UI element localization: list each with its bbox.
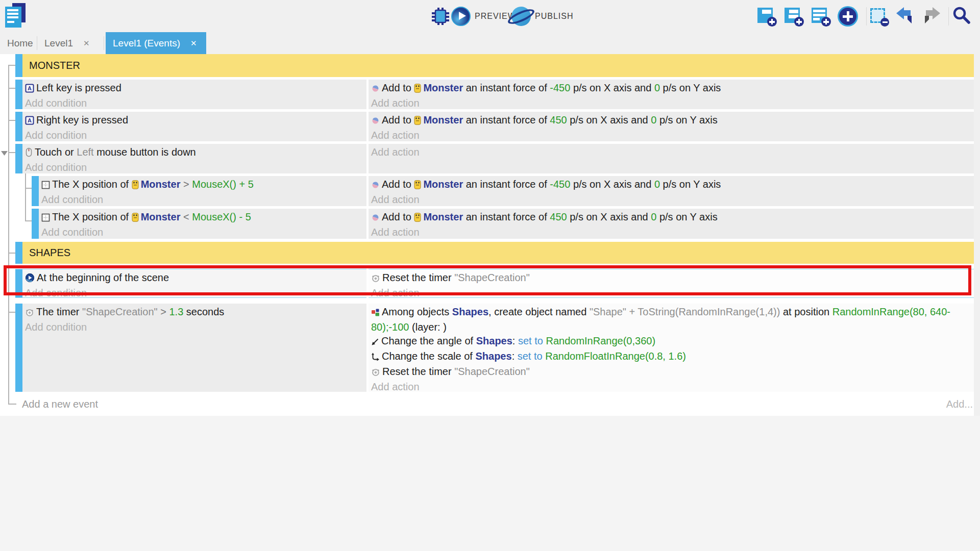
text-segment: p/s on Y axis [660,179,721,190]
text-segment: -450 [550,82,570,93]
create-object-icon [371,307,380,320]
add-condition-link[interactable]: Add condition [25,320,363,334]
monster-icon [414,212,421,226]
add-condition-link[interactable]: Add condition [41,226,363,239]
text-segment: "ShapeCreation" [454,272,530,283]
event-handle[interactable] [15,80,22,109]
add-condition-link[interactable]: Add condition [25,286,363,300]
action-cell[interactable]: Add to Monster an instant force of 450 p… [369,209,974,239]
text-segment: set to [518,335,543,346]
event-handle[interactable] [15,112,22,141]
add-action-link[interactable]: Add action [371,193,971,207]
condition-cell[interactable]: Touch or Left mouse button is downAdd co… [22,144,366,173]
action-text[interactable]: Reset the timer "ShapeCreation" [371,365,971,380]
event-handle[interactable] [15,242,22,264]
action-text[interactable]: Change the angle of Shapes: set to Rando… [371,334,971,349]
text-segment: 0 [654,82,660,93]
add-condition-link[interactable]: Add condition [25,161,363,174]
text-segment: an instant force of [463,211,550,222]
group-header[interactable]: SHAPES [22,242,974,264]
add-condition-link[interactable]: Add condition [25,129,363,142]
event-row: Touch or Left mouse button is downAdd co… [0,144,980,173]
condition-text[interactable]: The X position of Monster > MouseX() + 5 [41,178,363,193]
text-segment: Shapes [476,335,512,346]
add-new-event-link[interactable]: Add a new event [22,398,98,410]
text-segment: (layer: ) [409,321,447,333]
text-segment: MouseX() - 5 [192,211,251,222]
text-segment: 450 [550,114,567,126]
add-action-link[interactable]: Add action [371,129,971,142]
text-segment: 0 [654,179,660,190]
condition-text[interactable]: The timer "ShapeCreation" > 1.3 seconds [25,305,363,320]
add-action-link[interactable]: Add action [371,380,971,394]
text-segment: mouse button is down [94,146,196,158]
add-link[interactable]: Add... [946,398,973,410]
condition-text[interactable]: At the beginning of the scene [25,271,363,286]
text-segment: : [512,335,518,346]
text-segment: Add to [382,211,414,222]
condition-cell[interactable]: The X position of Monster > MouseX() + 5… [39,176,366,206]
event-handle[interactable] [32,209,39,239]
condition-text[interactable]: The X position of Monster < MouseX() - 5 [41,210,363,226]
group-label: SHAPES [29,247,70,259]
action-cell[interactable]: Add action [369,144,974,173]
angle-icon [371,336,379,349]
add-condition-link[interactable]: Add condition [25,96,363,110]
action-text[interactable]: Add to Monster an instant force of 450 p… [371,210,971,226]
tree-corner [8,404,16,405]
add-action-link[interactable]: Add action [371,145,971,159]
force-icon [371,83,380,96]
event-handle[interactable] [15,304,22,392]
add-action-link[interactable]: Add action [371,226,971,239]
text-segment: Reset the timer [382,366,454,377]
group-header[interactable]: MONSTER [22,54,974,77]
svg-text:A: A [28,117,32,123]
event-handle[interactable] [32,176,39,206]
condition-cell[interactable]: ALeft key is pressedAdd condition [22,80,366,109]
text-segment: an instant force of [463,82,550,93]
condition-cell[interactable]: The timer "ShapeCreation" > 1.3 secondsA… [22,304,366,392]
action-text[interactable]: Add to Monster an instant force of -450 … [371,178,971,193]
text-segment: 0 [651,114,656,126]
text-segment: Change the scale of [382,350,475,362]
action-cell[interactable]: Among objects Shapes, create object name… [369,304,974,392]
text-segment: an instant force of [463,114,550,126]
action-cell[interactable]: Add to Monster an instant force of -450 … [369,80,974,109]
condition-text[interactable]: ARight key is pressed [25,113,363,129]
text-segment: Monster [423,114,463,126]
condition-text[interactable]: ALeft key is pressed [25,81,363,96]
text-segment: MouseX() + 5 [192,179,254,190]
action-cell[interactable]: Add to Monster an instant force of -450 … [369,176,974,206]
condition-text[interactable]: Touch or Left mouse button is down [25,145,363,161]
text-segment: at position [780,306,832,317]
text-segment: Monster [423,82,463,93]
action-text[interactable]: Add to Monster an instant force of 450 p… [371,113,971,129]
action-text[interactable]: Among objects Shapes, create object name… [371,305,971,334]
action-text[interactable]: Change the scale of Shapes: set to Rando… [371,349,971,365]
action-text[interactable]: Reset the timer "ShapeCreation" [371,271,971,286]
text-segment: RandomInRange(0,360) [546,335,655,346]
text-segment: RandomFloatInRange(0.8, 1.6) [545,350,686,362]
text-segment: Touch or [35,146,77,158]
condition-cell[interactable]: ARight key is pressedAdd condition [22,112,366,141]
add-condition-link[interactable]: Add condition [41,193,363,207]
action-cell[interactable]: Add to Monster an instant force of 450 p… [369,112,974,141]
action-cell[interactable]: Reset the timer "ShapeCreation"Add actio… [369,269,974,298]
condition-cell[interactable]: The X position of Monster < MouseX() - 5… [39,209,366,239]
text-segment: : [512,350,518,362]
event-row: The timer "ShapeCreation" > 1.3 secondsA… [0,304,980,392]
event-handle[interactable] [15,144,22,173]
add-action-link[interactable]: Add action [371,96,971,110]
mouse-icon [25,147,33,161]
action-text[interactable]: Add to Monster an instant force of -450 … [371,81,971,96]
text-segment: < [180,211,192,222]
text-segment: Change the angle of [381,335,476,346]
svg-text:A: A [28,85,32,91]
condition-cell[interactable]: At the beginning of the sceneAdd conditi… [22,269,366,298]
text-segment: 0 [651,211,656,222]
text-segment: The timer [36,306,82,317]
event-handle[interactable] [15,54,22,77]
event-handle[interactable] [15,269,22,298]
add-action-link[interactable]: Add action [371,286,971,300]
text-segment: Reset the timer [382,272,454,283]
